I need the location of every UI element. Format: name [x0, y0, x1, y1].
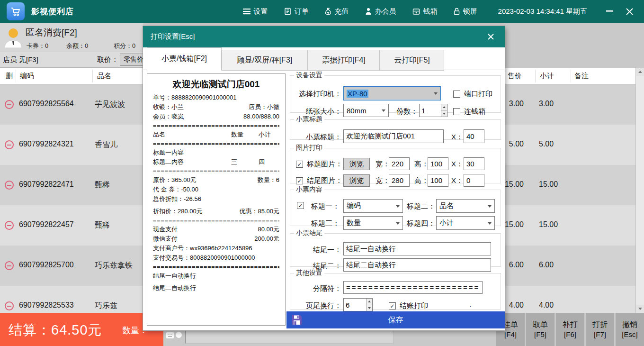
tab-invoice-print[interactable]: 票据打印[F4] — [308, 50, 380, 71]
coupon-value: 0 — [45, 42, 48, 49]
content-title1-checkbox-box[interactable]: ✓ — [297, 202, 304, 209]
remove-item-icon[interactable] — [5, 140, 14, 149]
close-window-icon[interactable] — [621, 3, 637, 19]
menu-cashbox[interactable]: 钱箱 — [412, 7, 438, 16]
menu-recharge[interactable]: 充值 — [325, 7, 349, 16]
footer-image-x-input[interactable] — [464, 174, 484, 187]
content-title4-label: 标题四： — [407, 219, 435, 228]
checkout-print-checkbox-box[interactable]: ✓ — [389, 302, 396, 310]
content-title1-value: 编码 — [347, 201, 361, 210]
content-title4-select[interactable]: 小计 — [436, 216, 495, 230]
save-button[interactable]: 保存 — [286, 311, 505, 328]
col-code: 编码 — [20, 72, 34, 81]
footer-image-width-input[interactable] — [389, 174, 410, 187]
col-note: 备注 — [574, 72, 589, 81]
checkout-print-checkbox[interactable]: ✓ 结账打印 — [389, 301, 428, 310]
remove-item-icon[interactable] — [5, 221, 14, 230]
remove-item-icon[interactable] — [5, 261, 14, 270]
checkout-bar[interactable]: 结算：64.50元 数量： — [0, 313, 163, 346]
content-title1-select[interactable]: 编码 — [343, 199, 403, 213]
receipt-col-qty: 数量 — [231, 130, 259, 139]
stepper-up-icon[interactable] — [367, 299, 372, 305]
separator-label: 分隔符： — [292, 284, 341, 293]
discount-button[interactable]: 打折[F7] — [586, 313, 614, 346]
tab-customer-display[interactable]: 顾显/双屏/秤[F3] — [222, 50, 308, 71]
scroll-up-icon[interactable] — [636, 68, 644, 76]
row-name: 巧乐兹拿铁 — [95, 261, 133, 271]
reprint-button[interactable]: 补打[F6] — [556, 313, 584, 346]
header-image-width-input[interactable] — [389, 157, 410, 170]
remove-item-icon[interactable] — [5, 301, 14, 310]
page-wrap-stepper[interactable] — [343, 298, 373, 311]
receipt-content-legend: 小票内容 — [294, 185, 324, 194]
tab-receipt-cashbox[interactable]: 小票/钱箱[F2] — [147, 47, 222, 71]
footer-image-checkbox[interactable]: ✓ 结尾图片： — [296, 176, 342, 185]
menu-orders-label: 订单 — [295, 7, 309, 16]
stepper-down-icon[interactable] — [367, 305, 372, 311]
lock-icon — [454, 8, 460, 15]
menu-orders[interactable]: 订单 — [284, 7, 309, 16]
menu-cashbox-label: 钱箱 — [423, 7, 438, 16]
receipt-item-line2: 标题二内容 — [153, 157, 231, 167]
row-subtotal: 3.00 — [539, 100, 554, 108]
header-image-height-input[interactable] — [428, 157, 448, 170]
menu-membership[interactable]: 办会员 — [365, 7, 396, 16]
other-settings-legend: 其他设置 — [294, 269, 324, 277]
page-wrap-input[interactable] — [344, 299, 366, 311]
menu-lock-screen[interactable]: 锁屏 — [454, 7, 477, 16]
barcode-input[interactable] — [185, 331, 394, 344]
header-image-browse-button[interactable]: 浏览 — [343, 158, 370, 170]
scroll-down-icon[interactable] — [636, 305, 644, 313]
row-name: 甄稀 — [95, 180, 110, 190]
header-image-x-input[interactable] — [464, 157, 484, 170]
printer-select[interactable]: XP-80 — [343, 86, 441, 100]
remove-item-icon[interactable] — [5, 100, 14, 109]
content-title2-select[interactable]: 品名 — [436, 199, 495, 213]
dialog-close-icon[interactable] — [484, 30, 497, 44]
menu-membership-label: 办会员 — [375, 7, 396, 16]
receipt-cash-pay: 现金支付 — [153, 225, 178, 234]
receipt-separator: ======================================== — [153, 167, 279, 175]
tab-cloud-print[interactable]: 云打印[F5] — [380, 50, 444, 71]
retrieve-order-button[interactable]: 取单[F5] — [526, 313, 555, 346]
clerk-value[interactable]: 无[F3] — [19, 55, 38, 64]
footer1-input[interactable] — [343, 242, 491, 255]
device-settings-legend: 设备设置 — [294, 71, 324, 80]
menu-settings[interactable]: 设置 — [243, 7, 268, 16]
customer-name[interactable]: 匿名消费[F2] — [26, 27, 77, 39]
row-code: 6907992825700 — [19, 261, 74, 269]
page-wrap-label: 页尾换行： — [292, 301, 341, 310]
receipt-title-input[interactable] — [343, 129, 444, 143]
row-name: 芋见波波 — [95, 100, 125, 109]
footer-image-width-label: 宽： — [376, 176, 390, 185]
content-title3-select[interactable]: 数量 — [343, 216, 403, 230]
cancel-button[interactable]: 撤销[Esc] — [616, 313, 644, 346]
footer-image-checkbox-box[interactable]: ✓ — [296, 177, 303, 184]
minimize-icon[interactable] — [601, 3, 617, 19]
row-subtotal: 4.00 — [539, 301, 554, 310]
other-settings-group: 其他设置 分隔符： 页尾换行： ✓ 结账打印 . — [290, 269, 501, 310]
remove-item-icon[interactable] — [5, 181, 14, 190]
title-x-input[interactable] — [464, 129, 484, 143]
header-image-label: 标题图片： — [307, 160, 342, 169]
floppy-disk-icon — [291, 314, 303, 328]
table-scrollbar[interactable] — [635, 68, 644, 313]
header-image-checkbox[interactable]: ✓ 标题图片： — [296, 160, 342, 169]
separator-input[interactable] — [343, 281, 483, 294]
points-stat: 积分：0 — [114, 42, 135, 50]
port-print-checkbox-box[interactable] — [453, 91, 460, 98]
header-image-checkbox-box[interactable]: ✓ — [296, 161, 303, 168]
footer-image-height-input[interactable] — [428, 174, 448, 187]
receipt-wechat-pay: 微信支付 — [153, 234, 178, 244]
receipt-title-label: 小票标题： — [292, 133, 341, 142]
keyboard-icon[interactable] — [166, 332, 174, 340]
receipt-footer-legend: 小票结尾 — [294, 229, 324, 237]
receipt-saving: 优惠：85.00元 — [239, 207, 279, 216]
menu-recharge-label: 充值 — [335, 7, 349, 16]
row-code: 6907992822457 — [19, 220, 74, 229]
port-print-checkbox[interactable]: 端口打印 — [453, 90, 492, 99]
stepper-up-icon[interactable] — [441, 104, 447, 111]
row-code: 6907992825533 — [19, 301, 74, 310]
title-x-label: X： — [451, 133, 463, 142]
cashbox-link-checkbox-box[interactable] — [453, 108, 460, 115]
